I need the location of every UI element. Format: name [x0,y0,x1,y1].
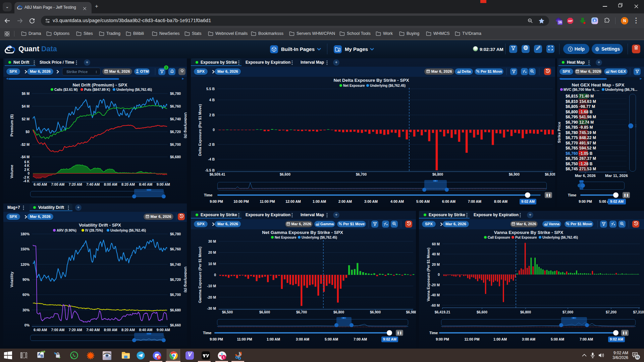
svg-text:848.22 M: 848.22 M [579,135,596,140]
svg-text:Underlying ($6,76...: Underlying ($6,76... [605,87,637,92]
svg-text:-1.28 B: -1.28 B [579,162,593,166]
svg-text:$6,660: $6,660 [170,323,181,327]
svg-text:-30 M: -30 M [207,306,216,310]
svg-text:-20 M: -20 M [207,295,216,299]
svg-text:$6,795: $6,795 [566,115,578,119]
svg-text:Mar 11, 2026: Mar 11, 2026 [605,174,628,178]
svg-text:267.37 M: 267.37 M [579,156,596,161]
svg-text:$6,900: $6,900 [509,172,520,176]
svg-text:$6,680: $6,680 [170,155,181,159]
svg-text:$6,800: $6,800 [520,310,531,314]
svg-text:Volume: Volume [10,165,14,179]
svg-text:$6,800: $6,800 [566,110,578,114]
svg-text:$6,600: $6,600 [259,310,270,314]
svg-text:$6,988.: $6,988. [406,310,416,314]
svg-text:120%: 120% [20,262,30,266]
svg-text:0: 0 [28,172,30,175]
svg-text:$6,700: $6,700 [296,310,307,314]
svg-text:Net Exposure: Net Exposure [275,236,297,239]
svg-text:Net Gamma Exposure By Strike -: Net Gamma Exposure By Strike - SPX [262,230,343,235]
svg-text:Vanna Exposure By Strike - SPX: Vanna Exposure By Strike - SPX [494,230,563,235]
svg-text:71.40 M: 71.40 M [579,94,594,99]
svg-text:$6,780: $6,780 [170,232,181,236]
svg-text:Put Exposure: Put Exposure [515,236,537,239]
svg-text:$7,200: $7,200 [606,310,616,314]
svg-text:$6,760: $6,760 [170,247,181,251]
svg-text:-20 M: -20 M [431,283,440,287]
svg-text:Net GEX Heat Map - SPX: Net GEX Heat Map - SPX [572,82,625,87]
svg-text:$6,815: $6,815 [566,94,578,99]
svg-text:-98.77 M: -98.77 M [579,104,595,109]
svg-text:$6,775: $6,775 [566,135,578,140]
svg-text:745.19 M: 745.19 M [579,130,596,135]
svg-text:8:00 AM: 8:00 AM [104,328,117,332]
svg-text:-$4 M: -$4 M [20,155,30,159]
svg-text:-2 K: -2 K [23,176,30,179]
svg-text:$6,790: $6,790 [566,120,578,125]
svg-text:Underlying ($6,762.45): Underlying ($6,762.45) [370,84,406,87]
svg-text:491.97 M: 491.97 M [579,141,596,145]
svg-text:20 M: 20 M [432,262,440,266]
svg-text:$2 M: $2 M [22,117,30,121]
svg-text:Volatility Drift - SPX: Volatility Drift - SPX [79,223,121,228]
svg-text:0: 0 [438,273,440,277]
svg-text:-2 B: -2 B [208,142,215,146]
svg-text:$6,765: $6,765 [566,146,578,150]
svg-text:ABP: ABP [568,20,573,22]
svg-text:30%: 30% [22,308,30,312]
svg-text:?: ? [570,48,572,51]
svg-text:-4 B: -4 B [208,157,215,161]
svg-text:$7,000: $7,000 [562,310,573,314]
svg-text:$6,900: $6,900 [370,310,381,314]
svg-text:$6,700: $6,700 [170,142,181,146]
svg-text:$6,785: $6,785 [566,125,578,130]
svg-text:Underlying ($6,762.45): Underlying ($6,762.45) [116,88,152,92]
svg-text:$6,700: $6,700 [170,293,181,297]
svg-text:MVC ($6,700 Mar 6, ...: MVC ($6,700 Mar 6, ... [564,87,599,92]
svg-text:$6,720: $6,720 [170,130,181,134]
svg-text:60%: 60% [22,293,30,297]
svg-text:$6,745: $6,745 [566,167,578,171]
svg-text:10 M: 10 M [208,262,216,266]
svg-text:541.98 M: 541.98 M [579,115,596,119]
svg-text:$6,805: $6,805 [566,104,578,109]
svg-text:7:40 AM: 7:40 AM [86,328,100,332]
svg-text:Gamma Exposure (Per $1 Move): Gamma Exposure (Per $1 Move) [198,247,202,303]
svg-text:Premium ($): Premium ($) [10,114,14,137]
svg-text:7:20 AM: 7:20 AM [69,328,82,332]
svg-text:$6 M: $6 M [22,92,30,96]
svg-text:Underlying ($6,762.45): Underlying ($6,762.45) [542,236,578,239]
svg-text:20 M: 20 M [208,250,216,254]
svg-text:$6,755: $6,755 [566,156,578,161]
svg-text:271.53 M: 271.53 M [579,167,596,171]
svg-text:$6,740: $6,740 [170,262,181,266]
svg-text:Net Exposure: Net Exposure [343,84,365,87]
svg-text:4 K: 4 K [24,164,30,168]
svg-text:$6,700: $6,700 [356,172,367,176]
svg-text:$6,419.21: $6,419.21 [435,310,450,314]
svg-text:4 B: 4 B [209,98,215,102]
svg-text:2 K: 2 K [24,168,30,172]
svg-text:Mar 6, 2026: Mar 6, 2026 [575,174,596,178]
svg-text:Underlying ($): Underlying ($) [184,266,187,292]
svg-text:-10 M: -10 M [207,284,216,288]
svg-text:Volatility: Volatility [10,272,14,288]
svg-text:Net Delta Exposure By Strike -: Net Delta Exposure By Strike - SPX [333,78,409,83]
svg-text:7:00 AM: 7:00 AM [51,328,64,332]
svg-text:$6,600: $6,600 [280,172,290,176]
svg-text:154.63 M: 154.63 M [579,99,596,104]
svg-text:$0: $0 [25,130,30,134]
svg-text:-5.5 B: -5.5 B [205,168,215,172]
svg-text:594.52 M: 594.52 M [579,146,596,150]
svg-text:Calls ($3.61 M): Calls ($3.61 M) [54,88,77,92]
svg-text:$6,810: $6,810 [566,99,578,104]
svg-text:$6,740: $6,740 [170,117,181,121]
svg-text:6:40 AM: 6:40 AM [34,328,47,332]
svg-text:$7,310.: $7,310. [633,310,644,314]
svg-text:Underlying ($6,762.45): Underlying ($6,762.45) [302,236,337,239]
svg-text:0: 0 [213,128,215,132]
svg-text:90%: 90% [22,278,30,282]
svg-text:$6,770: $6,770 [566,141,578,145]
svg-text:$6,720: $6,720 [170,278,181,282]
svg-text:$6,780: $6,780 [566,130,578,135]
